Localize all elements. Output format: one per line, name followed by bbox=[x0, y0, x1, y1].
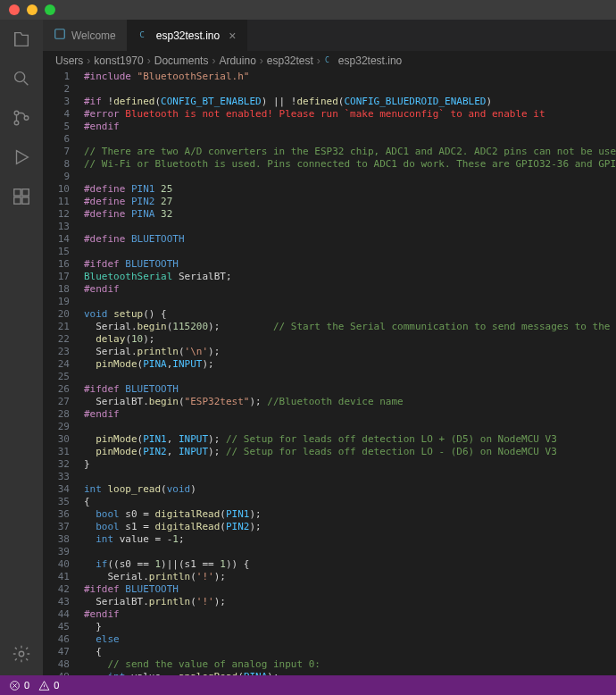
code-content[interactable]: // There are two A/D converters in the E… bbox=[84, 146, 616, 158]
code-line[interactable]: 44#endif bbox=[43, 608, 616, 621]
code-content[interactable]: #define PIN1 25 bbox=[84, 183, 172, 196]
code-editor[interactable]: 1#include "BluetoothSerial.h"23#if !defi… bbox=[43, 71, 616, 675]
code-line[interactable]: 41 Serial.println('!'); bbox=[43, 571, 616, 583]
code-line[interactable]: 33 bbox=[43, 471, 616, 483]
code-content[interactable]: #endif bbox=[84, 121, 120, 133]
code-line[interactable]: 8// Wi-Fi or Bluetooth is used. Pins con… bbox=[43, 158, 616, 171]
code-content[interactable]: } bbox=[84, 458, 90, 471]
code-line[interactable]: 28#endif bbox=[43, 408, 616, 421]
extensions-icon[interactable] bbox=[11, 186, 32, 207]
code-line[interactable]: 47 { bbox=[43, 646, 616, 658]
code-content[interactable]: Serial.begin(115200); // Start the Seria… bbox=[84, 321, 616, 333]
code-line[interactable]: 32} bbox=[43, 458, 616, 471]
code-content[interactable]: if((s0 == 1)||(s1 == 1)) { bbox=[84, 558, 249, 571]
code-line[interactable]: 29 bbox=[43, 421, 616, 433]
breadcrumb-item[interactable]: Arduino bbox=[219, 54, 255, 67]
code-line[interactable]: 42#ifdef BLUETOOTH bbox=[43, 583, 616, 596]
code-content[interactable]: delay(10); bbox=[84, 333, 155, 346]
window-close-button[interactable] bbox=[9, 4, 20, 15]
code-content[interactable]: } bbox=[84, 621, 102, 633]
source-control-icon[interactable] bbox=[11, 107, 32, 129]
code-line[interactable]: 21 Serial.begin(115200); // Start the Se… bbox=[43, 321, 616, 333]
code-line[interactable]: 18#endif bbox=[43, 283, 616, 296]
code-line[interactable]: 19 bbox=[43, 296, 616, 308]
breadcrumb-item[interactable]: Documents bbox=[154, 54, 209, 67]
code-content[interactable]: // Wi-Fi or Bluetooth is used. Pins conn… bbox=[84, 158, 616, 171]
code-content[interactable]: pinMode(PINA,INPUT); bbox=[84, 358, 214, 371]
search-icon[interactable] bbox=[11, 68, 32, 89]
code-line[interactable]: 11#define PIN2 27 bbox=[43, 196, 616, 208]
code-line[interactable]: 5#endif bbox=[43, 121, 616, 133]
code-line[interactable]: 34int loop_read(void) bbox=[43, 483, 616, 496]
window-maximize-button[interactable] bbox=[45, 4, 55, 15]
code-content[interactable]: pinMode(PIN2, INPUT); // Setup for leads… bbox=[84, 446, 557, 458]
code-content[interactable]: SerialBT.println('!'); bbox=[84, 596, 226, 608]
code-content[interactable]: #ifdef BLUETOOTH bbox=[84, 583, 179, 596]
code-line[interactable]: 48 // send the value of analog input 0: bbox=[43, 658, 616, 671]
code-content[interactable]: // send the value of analog input 0: bbox=[84, 658, 320, 671]
code-line[interactable]: 38 int value = -1; bbox=[43, 533, 616, 546]
code-line[interactable]: 36 bool s0 = digitalRead(PIN1); bbox=[43, 508, 616, 521]
code-line[interactable]: 13 bbox=[43, 221, 616, 233]
code-line[interactable]: 23 Serial.println('\n'); bbox=[43, 346, 616, 358]
code-line[interactable]: 17BluetoothSerial SerialBT; bbox=[43, 271, 616, 283]
breadcrumb-item[interactable]: esp32test bbox=[267, 54, 313, 67]
run-debug-icon[interactable] bbox=[11, 147, 32, 168]
code-line[interactable]: 12#define PINA 32 bbox=[43, 208, 616, 221]
code-content[interactable]: { bbox=[84, 646, 102, 658]
code-line[interactable]: 46 else bbox=[43, 633, 616, 646]
code-content[interactable]: Serial.println('!'); bbox=[84, 571, 226, 583]
code-line[interactable]: 10#define PIN1 25 bbox=[43, 183, 616, 196]
code-content[interactable]: Serial.println('\n'); bbox=[84, 346, 220, 358]
code-content[interactable]: else bbox=[84, 633, 120, 646]
code-line[interactable]: 30 pinMode(PIN1, INPUT); // Setup for le… bbox=[43, 433, 616, 446]
code-line[interactable]: 24 pinMode(PINA,INPUT); bbox=[43, 358, 616, 371]
code-content[interactable]: #endif bbox=[84, 608, 120, 621]
code-content[interactable]: #endif bbox=[84, 408, 120, 421]
breadcrumb-item[interactable]: Users bbox=[55, 54, 83, 67]
code-line[interactable]: 43 SerialBT.println('!'); bbox=[43, 596, 616, 608]
code-line[interactable]: 27 SerialBT.begin("ESP32test"); //Blueto… bbox=[43, 396, 616, 408]
code-line[interactable]: 16#ifdef BLUETOOTH bbox=[43, 258, 616, 271]
code-line[interactable]: 3#if !defined(CONFIG_BT_ENABLED) || !def… bbox=[43, 96, 616, 108]
code-line[interactable]: 20void setup() { bbox=[43, 308, 616, 321]
code-line[interactable]: 6 bbox=[43, 133, 616, 146]
code-line[interactable]: 40 if((s0 == 1)||(s1 == 1)) { bbox=[43, 558, 616, 571]
breadcrumb[interactable]: Users›konst1970›Documents›Arduino›esp32t… bbox=[43, 51, 616, 71]
code-line[interactable]: 1#include "BluetoothSerial.h" bbox=[43, 71, 616, 83]
code-line[interactable]: 37 bool s1 = digitalRead(PIN2); bbox=[43, 521, 616, 533]
code-line[interactable]: 22 delay(10); bbox=[43, 333, 616, 346]
code-content[interactable]: #define PIN2 27 bbox=[84, 196, 172, 208]
explorer-icon[interactable] bbox=[11, 29, 32, 50]
code-line[interactable]: 7// There are two A/D converters in the … bbox=[43, 146, 616, 158]
code-content[interactable]: #define PINA 32 bbox=[84, 208, 172, 221]
code-line[interactable]: 9 bbox=[43, 171, 616, 183]
code-content[interactable]: #ifdef BLUETOOTH bbox=[84, 383, 179, 396]
code-line[interactable]: 2 bbox=[43, 83, 616, 96]
code-line[interactable]: 45 } bbox=[43, 621, 616, 633]
code-content[interactable]: #include "BluetoothSerial.h" bbox=[84, 71, 249, 83]
window-minimize-button[interactable] bbox=[27, 4, 37, 15]
code-content[interactable]: bool s1 = digitalRead(PIN2); bbox=[84, 521, 262, 533]
code-content[interactable]: pinMode(PIN1, INPUT); // Setup for leads… bbox=[84, 433, 557, 446]
status-errors[interactable]: 0 bbox=[9, 680, 29, 691]
code-content[interactable]: int loop_read(void) bbox=[84, 483, 196, 496]
code-line[interactable]: 15 bbox=[43, 246, 616, 258]
code-content[interactable]: { bbox=[84, 496, 90, 508]
breadcrumb-item[interactable]: Cesp32test.ino bbox=[324, 54, 402, 68]
code-line[interactable]: 39 bbox=[43, 546, 616, 558]
tab-esp32test-ino[interactable]: Cesp32test.ino× bbox=[128, 20, 248, 51]
code-content[interactable]: #error Bluetooth is not enabled! Please … bbox=[84, 108, 545, 121]
code-line[interactable]: 25 bbox=[43, 371, 616, 383]
code-line[interactable]: 4#error Bluetooth is not enabled! Please… bbox=[43, 108, 616, 121]
code-line[interactable]: 26#ifdef BLUETOOTH bbox=[43, 383, 616, 396]
code-line[interactable]: 14#define BLUETOOTH bbox=[43, 233, 616, 246]
status-warnings[interactable]: 0 bbox=[38, 680, 59, 691]
code-content[interactable]: #ifdef BLUETOOTH bbox=[84, 258, 179, 271]
code-content[interactable]: int value = -1; bbox=[84, 533, 185, 546]
code-content[interactable]: #if !defined(CONFIG_BT_ENABLED) || !defi… bbox=[84, 96, 492, 108]
code-content[interactable]: #endif bbox=[84, 283, 120, 296]
tab-welcome[interactable]: Welcome bbox=[43, 20, 128, 51]
close-tab-icon[interactable]: × bbox=[229, 29, 236, 43]
breadcrumb-item[interactable]: konst1970 bbox=[94, 54, 143, 67]
